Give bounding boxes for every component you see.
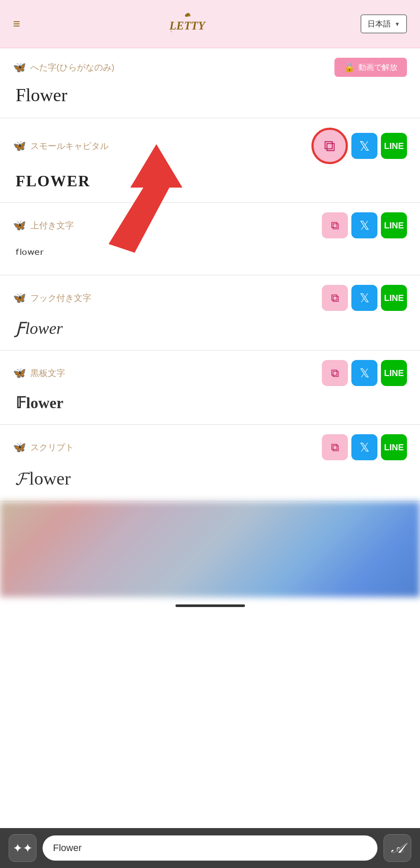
small-caps-title: スモールキャピタル bbox=[30, 140, 109, 152]
script-section: 🦋 スクリプト ⧉ 𝕏 LINE 𝓕lower bbox=[0, 425, 420, 502]
superscript-header: 🦋 上付き文字 ⧉ 𝕏 LINE bbox=[13, 212, 407, 238]
copy-icon: ⧉ bbox=[331, 291, 339, 305]
font-style-button[interactable]: 𝒜 bbox=[384, 834, 411, 862]
copy-button-blackboard[interactable]: ⧉ bbox=[322, 360, 348, 386]
small-caps-buttons: ⧉ 𝕏 LINE bbox=[311, 128, 407, 164]
copy-icon: ⧉ bbox=[324, 137, 335, 155]
svg-text:LETTY: LETTY bbox=[169, 19, 206, 32]
line-button-hook[interactable]: LINE bbox=[381, 285, 407, 311]
script-action-buttons: ⧉ 𝕏 LINE bbox=[322, 434, 407, 460]
superscript-action-buttons: ⧉ 𝕏 LINE bbox=[322, 212, 407, 238]
superscript-text: ᶠˡᵒʷᵉʳ bbox=[13, 244, 407, 263]
line-button-script[interactable]: LINE bbox=[381, 434, 407, 460]
hook-title: フック付き文字 bbox=[30, 292, 91, 304]
butterfly-icon-heta: 🦋 bbox=[13, 61, 26, 73]
twitter-button-superscript[interactable]: 𝕏 bbox=[351, 212, 377, 238]
heta-text: Flower bbox=[13, 83, 407, 106]
butterfly-icon-blackboard: 🦋 bbox=[13, 367, 26, 379]
script-text: 𝓕lower bbox=[13, 466, 407, 489]
line-label: LINE bbox=[384, 442, 404, 452]
blackboard-section: 🦋 黒板文字 ⧉ 𝕏 LINE 𝔽lower bbox=[0, 350, 420, 425]
line-button-superscript[interactable]: LINE bbox=[381, 212, 407, 238]
sparkle-icon: ✦✦ bbox=[13, 841, 33, 855]
copy-button-script[interactable]: ⧉ bbox=[322, 434, 348, 460]
twitter-icon: 𝕏 bbox=[359, 139, 370, 154]
hook-section: 🦋 フック付き文字 ⧉ 𝕏 LINE Ƒlower bbox=[0, 275, 420, 350]
twitter-icon: 𝕏 bbox=[360, 218, 370, 233]
menu-button[interactable]: ≡ bbox=[13, 18, 20, 30]
superscript-title: 上付き文字 bbox=[30, 220, 74, 231]
script-title-group: 🦋 スクリプト bbox=[13, 441, 74, 453]
heta-section: 🦋 へた字(ひらがなのみ) 🔒 動画で解放 Flower bbox=[0, 48, 420, 118]
blurred-content-area bbox=[0, 502, 420, 597]
copy-button-smallcaps-highlighted[interactable]: ⧉ bbox=[311, 128, 348, 164]
twitter-icon: 𝕏 bbox=[360, 440, 370, 455]
line-label: LINE bbox=[384, 293, 404, 303]
app-header: ≡ LETTY L 日本語 ▼ bbox=[0, 0, 420, 48]
small-caps-text: FLOWER bbox=[13, 170, 407, 190]
app-logo: LETTY L bbox=[164, 8, 216, 40]
search-input[interactable] bbox=[43, 835, 377, 861]
script-header: 🦋 スクリプト ⧉ 𝕏 LINE bbox=[13, 434, 407, 460]
hook-text: Ƒlower bbox=[13, 317, 407, 338]
unlock-label: 動画で解放 bbox=[358, 62, 397, 73]
hook-action-buttons: ⧉ 𝕏 LINE bbox=[322, 285, 407, 311]
hook-title-group: 🦋 フック付き文字 bbox=[13, 292, 91, 304]
copy-icon: ⧉ bbox=[331, 366, 339, 380]
superscript-section: 🦋 上付き文字 ⧉ 𝕏 LINE ᶠˡᵒʷᵉʳ bbox=[0, 203, 420, 275]
hook-header: 🦋 フック付き文字 ⧉ 𝕏 LINE bbox=[13, 285, 407, 311]
small-caps-section: 🦋 スモールキャピタル ⧉ 𝕏 LINE FLOWER bbox=[0, 118, 420, 203]
twitter-button-hook[interactable]: 𝕏 bbox=[351, 285, 377, 311]
blackboard-title: 黒板文字 bbox=[30, 367, 65, 379]
butterfly-icon-script: 🦋 bbox=[13, 441, 26, 453]
blackboard-text: 𝔽lower bbox=[13, 392, 407, 412]
heta-title-group: 🦋 へた字(ひらがなのみ) bbox=[13, 61, 114, 73]
superscript-title-group: 🦋 上付き文字 bbox=[13, 219, 74, 231]
heta-section-header: 🦋 へた字(ひらがなのみ) 🔒 動画で解放 bbox=[13, 58, 407, 77]
home-indicator bbox=[0, 597, 420, 614]
home-bar bbox=[175, 604, 245, 607]
twitter-icon: 𝕏 bbox=[360, 291, 370, 305]
language-selector[interactable]: 日本語 ▼ bbox=[360, 14, 407, 33]
small-caps-header: 🦋 スモールキャピタル ⧉ 𝕏 LINE bbox=[13, 128, 407, 164]
line-button-smallcaps[interactable]: LINE bbox=[381, 133, 407, 159]
bottom-toolbar: ✦✦ 𝒜 bbox=[0, 828, 420, 868]
twitter-icon: 𝕏 bbox=[360, 366, 370, 380]
svg-point-2 bbox=[187, 14, 188, 15]
copy-icon: ⧉ bbox=[331, 441, 339, 454]
line-button-blackboard[interactable]: LINE bbox=[381, 360, 407, 386]
script-title: スクリプト bbox=[30, 442, 74, 453]
lock-icon: 🔒 bbox=[344, 62, 355, 73]
logo-image: LETTY L bbox=[164, 8, 216, 38]
blackboard-action-buttons: ⧉ 𝕏 LINE bbox=[322, 360, 407, 386]
language-label: 日本語 bbox=[367, 19, 391, 29]
font-icon: 𝒜 bbox=[391, 840, 403, 856]
twitter-button-smallcaps[interactable]: 𝕏 bbox=[351, 133, 377, 159]
unlock-button-heta[interactable]: 🔒 動画で解放 bbox=[334, 58, 407, 77]
svg-text:L: L bbox=[171, 30, 172, 33]
heta-title: へた字(ひらがなのみ) bbox=[30, 62, 114, 73]
copy-button-hook[interactable]: ⧉ bbox=[322, 285, 348, 311]
butterfly-icon-smallcaps: 🦋 bbox=[13, 140, 26, 152]
line-label: LINE bbox=[384, 368, 404, 378]
copy-icon: ⧉ bbox=[331, 219, 339, 232]
line-label: LINE bbox=[384, 221, 404, 231]
small-caps-title-group: 🦋 スモールキャピタル bbox=[13, 140, 109, 152]
twitter-button-script[interactable]: 𝕏 bbox=[351, 434, 377, 460]
line-label: LINE bbox=[384, 141, 404, 151]
twitter-button-blackboard[interactable]: 𝕏 bbox=[351, 360, 377, 386]
blackboard-header: 🦋 黒板文字 ⧉ 𝕏 LINE bbox=[13, 360, 407, 386]
sparkle-button[interactable]: ✦✦ bbox=[9, 834, 36, 862]
main-content: 🦋 へた字(ひらがなのみ) 🔒 動画で解放 Flower 🦋 スモールキャピタル… bbox=[0, 48, 420, 693]
chevron-down-icon: ▼ bbox=[394, 21, 400, 27]
copy-button-superscript[interactable]: ⧉ bbox=[322, 212, 348, 238]
blackboard-title-group: 🦋 黒板文字 bbox=[13, 367, 65, 379]
butterfly-icon-hook: 🦋 bbox=[13, 292, 26, 304]
butterfly-icon-superscript: 🦋 bbox=[13, 219, 26, 231]
